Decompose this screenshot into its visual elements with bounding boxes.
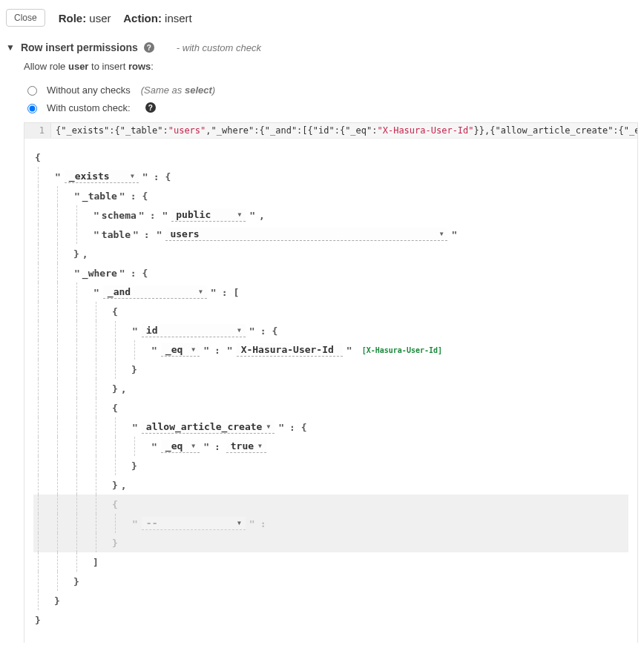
- dropdown-table[interactable]: users▼: [165, 228, 447, 241]
- radio-without-label: Without any checks: [47, 85, 131, 96]
- code-line[interactable]: 1 {"_exists":{"_table":"users","_where":…: [24, 123, 637, 139]
- editor: 1 {"_exists":{"_table":"users","_where":…: [24, 122, 638, 643]
- dropdown-schema[interactable]: public▼: [171, 208, 246, 222]
- same-as-hint: (Same as select): [141, 85, 215, 96]
- close-button[interactable]: Close: [6, 9, 45, 27]
- radio-without-input[interactable]: [27, 86, 37, 96]
- help-icon[interactable]: ?: [145, 102, 156, 113]
- radio-without-checks[interactable]: Without any checks (Same as select): [24, 81, 638, 99]
- help-icon[interactable]: ?: [144, 42, 154, 53]
- role-action-heading: Role: user Action: insert: [59, 12, 192, 24]
- dropdown-exists[interactable]: _exists▼: [65, 170, 139, 183]
- gutter: 1: [24, 123, 51, 138]
- session-var-pill: [X-Hasura-User-Id]: [362, 346, 442, 354]
- section-title: Row insert permissions: [21, 42, 138, 53]
- dropdown-column-allow[interactable]: allow_article_create▼: [142, 420, 275, 434]
- permission-tree: { " _exists▼ ": { "_table": { "schema": …: [24, 139, 637, 643]
- code-content[interactable]: {"_exists":{"_table":"users","_where":{"…: [51, 123, 637, 138]
- chevron-down-icon[interactable]: ▼: [6, 42, 15, 53]
- allow-line: Allow role user to insert rows:: [24, 61, 638, 81]
- dropdown-value-hasura[interactable]: X-Hasura-User-Id: [237, 343, 343, 357]
- header: Close Role: user Action: insert: [6, 6, 638, 36]
- radio-with-label: With custom check:: [47, 102, 131, 113]
- dropdown-and[interactable]: _and▼: [103, 285, 207, 299]
- dropdown-placeholder[interactable]: --▼: [142, 517, 246, 530]
- section-head: ▼ Row insert permissions ? - with custom…: [6, 36, 638, 61]
- dropdown-value-true[interactable]: true▼: [226, 440, 266, 453]
- radio-with-custom[interactable]: With custom check: ?: [24, 99, 638, 116]
- dropdown-op-eq-2[interactable]: _eq▼: [161, 440, 200, 453]
- dropdown-column-id[interactable]: id▼: [142, 324, 246, 337]
- dropdown-op-eq[interactable]: _eq▼: [161, 343, 200, 357]
- radio-with-input[interactable]: [27, 104, 37, 113]
- section-hint: - with custom check: [177, 42, 261, 53]
